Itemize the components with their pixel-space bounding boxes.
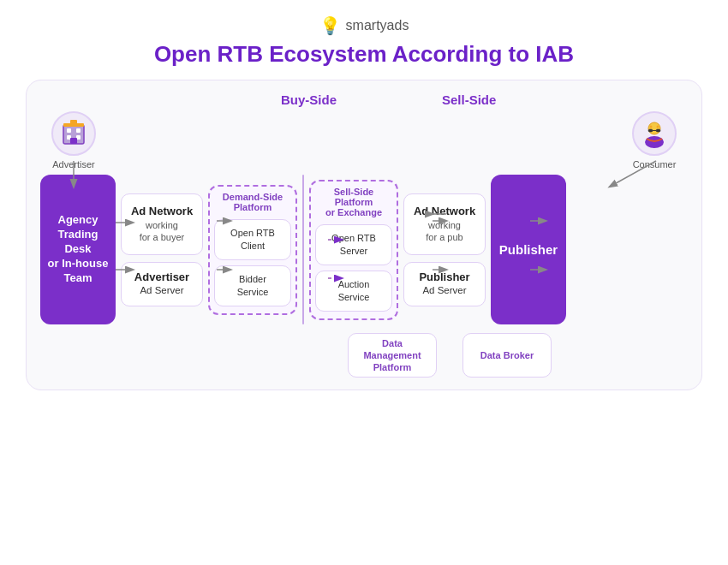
auction-service-label: AuctionService [338,278,370,303]
logo-text: smartyads [346,18,409,33]
publisher-ad-server-sub: Ad Server [419,284,469,297]
publisher-ad-server-label: Publisher [419,271,469,283]
open-rtb-client-label: Open RTBClient [230,227,275,252]
sse-box: Sell-SidePlatformor Exchange Open RTBSer… [309,180,398,320]
agency-trading-desk-box: Agency Trading Desk or In-house Team [40,175,116,324]
advertiser-avatar [51,111,96,156]
data-broker-label: Data Broker [480,349,534,361]
divider [302,175,304,324]
ad-network-buyer-sub: workingfor a buyer [131,219,193,244]
diagram-container: Buy-Side Sell-Side [26,80,702,390]
dmp-label: DataManagementPlatform [363,337,421,374]
logo-area: 💡 smartyads [319,15,409,36]
agency-label: Agency Trading Desk or In-house Team [47,213,109,285]
advertiser-label: Advertiser [52,159,95,170]
svg-rect-10 [648,129,653,132]
advertiser-ad-server-label: Advertiser [134,271,189,283]
svg-point-14 [657,126,659,128]
svg-point-8 [648,122,660,134]
open-rtb-server-label: Open RTBServer [331,232,376,257]
bidder-service-label: BidderService [237,273,269,298]
bidder-service-box: BidderService [214,265,291,306]
data-broker-box: Data Broker [462,333,552,378]
dsp-label: Demand-Side Platform [215,192,290,212]
page-title: Open RTB Ecosystem According to IAB [154,41,574,68]
logo-icon: 💡 [319,15,341,36]
publisher-box: Publisher [491,175,566,324]
publisher-ad-server-box: Publisher Ad Server [403,262,486,306]
ad-network-pub-sub: workingfor a pub [414,219,475,244]
consumer-avatar [632,111,677,156]
svg-rect-5 [70,138,77,144]
svg-rect-7 [70,120,77,125]
ad-network-pub-box: Ad Network workingfor a pub [403,193,486,255]
advertiser-col: Advertiser [40,111,107,170]
advertiser-ad-server-box: Advertiser Ad Server [121,262,203,306]
dmp-box: DataManagementPlatform [348,333,437,378]
svg-rect-11 [656,129,660,132]
publisher-label: Publisher [499,241,558,259]
svg-rect-2 [76,128,81,133]
consumer-label: Consumer [633,159,677,170]
ad-network-pub-label: Ad Network [414,205,475,217]
svg-rect-1 [67,128,71,133]
ad-network-buyer-label: Ad Network [131,205,193,217]
consumer-col: Consumer [621,111,688,170]
page: 💡 smartyads Open RTB Ecosystem According… [0,0,728,565]
dsp-box: Demand-Side Platform Open RTBClient Bidd… [208,185,297,315]
sell-side-label: Sell-Side [442,92,496,107]
open-rtb-client-box: Open RTBClient [214,219,291,260]
ad-network-buyer-box: Ad Network workingfor a buyer [121,193,203,255]
svg-point-13 [650,126,653,128]
sse-label: Sell-SidePlatformor Exchange [325,187,382,217]
open-rtb-server-box: Open RTBServer [315,224,392,265]
auction-service-box: AuctionService [315,271,392,312]
buy-side-label: Buy-Side [281,92,337,107]
advertiser-ad-server-sub: Ad Server [134,284,189,297]
